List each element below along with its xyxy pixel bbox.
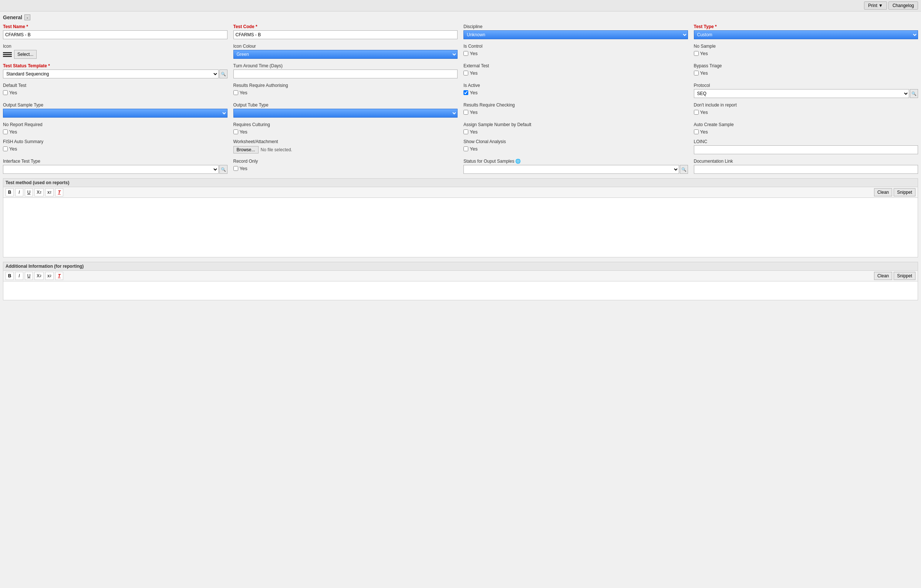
- results-require-authorising-checkbox[interactable]: [233, 90, 238, 95]
- bypass-triage-checkbox-label: Yes: [700, 70, 708, 76]
- additional-info-toolbar: B I U X2 x2 T Clean Snippet: [3, 271, 918, 281]
- auto-create-sample-checkbox-label: Yes: [700, 129, 708, 135]
- browse-button[interactable]: Browse...: [233, 146, 259, 153]
- test-method-italic-btn[interactable]: I: [15, 188, 23, 197]
- additional-info-clean-btn[interactable]: Clean: [874, 272, 892, 280]
- is-active-field: Is Active Yes: [464, 83, 688, 98]
- interface-test-type-field: Interface Test Type 🔍: [3, 159, 228, 174]
- additional-info-snippet-btn[interactable]: Snippet: [893, 272, 915, 280]
- no-sample-checkbox-row: Yes: [694, 51, 918, 56]
- row-1: Test Name * Test Code * Discipline Unkno…: [3, 24, 918, 39]
- additional-info-section: Additional Information (for reporting) B…: [3, 262, 918, 300]
- row-4: Default Test Yes Results Require Authori…: [3, 83, 918, 98]
- test-name-input[interactable]: [3, 30, 228, 39]
- dont-include-in-report-checkbox[interactable]: [694, 110, 699, 115]
- section-title: General: [3, 15, 22, 20]
- additional-info-underline-btn[interactable]: U: [25, 272, 33, 280]
- additional-info-subscript-btn[interactable]: X2: [34, 272, 44, 280]
- results-require-checking-checkbox-row: Yes: [464, 109, 688, 115]
- test-method-body[interactable]: [3, 198, 918, 257]
- status-for-output-samples-select[interactable]: [464, 165, 679, 174]
- additional-info-bold-btn[interactable]: B: [6, 272, 14, 280]
- output-tube-type-select[interactable]: [233, 109, 458, 118]
- collapse-button[interactable]: -: [24, 15, 30, 20]
- icon-select-button[interactable]: Select...: [14, 50, 37, 59]
- no-report-required-label: No Report Required: [3, 122, 228, 127]
- general-section-header: General -: [3, 15, 918, 20]
- documentation-link-input[interactable]: [694, 165, 918, 174]
- turn-around-time-input[interactable]: [233, 70, 458, 78]
- test-name-field: Test Name *: [3, 24, 228, 39]
- test-name-label: Test Name *: [3, 24, 228, 29]
- icon-field: Icon Select...: [3, 44, 228, 59]
- worksheet-attachment-label: Worksheet/Attachment: [233, 139, 458, 144]
- additional-info-superscript-btn[interactable]: x2: [45, 272, 54, 280]
- external-test-checkbox-label: Yes: [470, 70, 477, 76]
- test-method-snippet-btn[interactable]: Snippet: [893, 188, 915, 197]
- output-sample-type-label: Output Sample Type: [3, 102, 228, 107]
- icon-colour-select[interactable]: Green: [233, 50, 458, 59]
- auto-create-sample-checkbox-row: Yes: [694, 129, 918, 135]
- auto-create-sample-checkbox[interactable]: [694, 130, 699, 134]
- record-only-label: Record Only: [233, 159, 458, 164]
- test-status-template-search-btn[interactable]: 🔍: [219, 70, 228, 78]
- is-control-field: Is Control Yes: [464, 44, 688, 59]
- interface-test-type-search-btn[interactable]: 🔍: [219, 165, 228, 174]
- test-method-section: Test method (used on reports) B I U X2 x…: [3, 178, 918, 257]
- additional-info-header: Additional Information (for reporting): [3, 262, 918, 271]
- test-type-select[interactable]: Custom: [694, 30, 918, 39]
- test-method-underline-btn[interactable]: U: [25, 188, 33, 197]
- changelog-button[interactable]: Changelog: [888, 2, 918, 10]
- show-clonal-analysis-checkbox-label: Yes: [470, 146, 477, 152]
- protocol-search-btn[interactable]: 🔍: [910, 89, 918, 98]
- loinc-input[interactable]: [694, 145, 918, 154]
- test-method-subscript-btn[interactable]: X2: [34, 188, 44, 197]
- results-require-checking-checkbox[interactable]: [464, 110, 468, 115]
- test-method-toolbar: B I U X2 x2 T Clean Snippet: [3, 187, 918, 198]
- additional-info-format-btn[interactable]: T: [55, 272, 63, 280]
- fish-auto-summary-checkbox[interactable]: [3, 146, 8, 151]
- icon-preview: [3, 52, 12, 57]
- test-method-clean-btn[interactable]: Clean: [874, 188, 892, 197]
- additional-info-italic-btn[interactable]: I: [15, 272, 23, 280]
- no-report-required-checkbox-label: Yes: [9, 129, 17, 135]
- no-report-required-checkbox-row: Yes: [3, 129, 228, 135]
- default-test-checkbox[interactable]: [3, 90, 8, 95]
- test-status-template-select[interactable]: Standard Sequencing: [3, 70, 219, 78]
- no-sample-field: No Sample Yes: [694, 44, 918, 59]
- record-only-checkbox[interactable]: [233, 166, 238, 171]
- test-type-label: Test Type *: [694, 24, 918, 29]
- test-method-format-btn[interactable]: T: [55, 188, 63, 197]
- row-2: Icon Select... Icon Colour Green Is Cont…: [3, 44, 918, 59]
- assign-sample-number-checkbox[interactable]: [464, 130, 468, 134]
- external-test-checkbox[interactable]: [464, 71, 468, 75]
- protocol-select-wrapper: SEQ 🔍: [694, 89, 918, 98]
- is-active-checkbox[interactable]: [464, 90, 468, 95]
- fish-auto-summary-checkbox-row: Yes: [3, 146, 228, 152]
- requires-culturing-checkbox[interactable]: [233, 130, 238, 134]
- show-clonal-analysis-checkbox[interactable]: [464, 146, 468, 151]
- discipline-select[interactable]: Unknown: [464, 30, 688, 39]
- turn-around-time-field: Turn Around Time (Days): [233, 63, 458, 78]
- status-for-output-samples-search-btn[interactable]: 🔍: [680, 165, 688, 174]
- no-report-required-checkbox[interactable]: [3, 130, 8, 134]
- icon-line-1: [3, 52, 12, 53]
- protocol-select[interactable]: SEQ: [694, 89, 910, 98]
- auto-create-sample-field: Auto Create Sample Yes: [694, 122, 918, 135]
- is-control-checkbox[interactable]: [464, 51, 468, 56]
- interface-test-type-select[interactable]: [3, 165, 219, 174]
- loinc-label: LOINC: [694, 139, 918, 144]
- test-code-input[interactable]: [233, 30, 458, 39]
- output-sample-type-select[interactable]: [3, 109, 228, 118]
- loinc-field: LOINC: [694, 139, 918, 154]
- auto-create-sample-label: Auto Create Sample: [694, 122, 918, 127]
- test-method-bold-btn[interactable]: B: [6, 188, 14, 197]
- print-button[interactable]: Print ▼: [864, 2, 887, 10]
- no-sample-checkbox[interactable]: [694, 51, 699, 56]
- additional-info-body[interactable]: [3, 281, 918, 300]
- bypass-triage-checkbox[interactable]: [694, 71, 699, 75]
- show-clonal-analysis-checkbox-row: Yes: [464, 146, 688, 152]
- test-method-superscript-btn[interactable]: x2: [45, 188, 54, 197]
- show-clonal-analysis-field: Show Clonal Analysis Yes: [464, 139, 688, 154]
- results-require-authorising-checkbox-row: Yes: [233, 90, 458, 96]
